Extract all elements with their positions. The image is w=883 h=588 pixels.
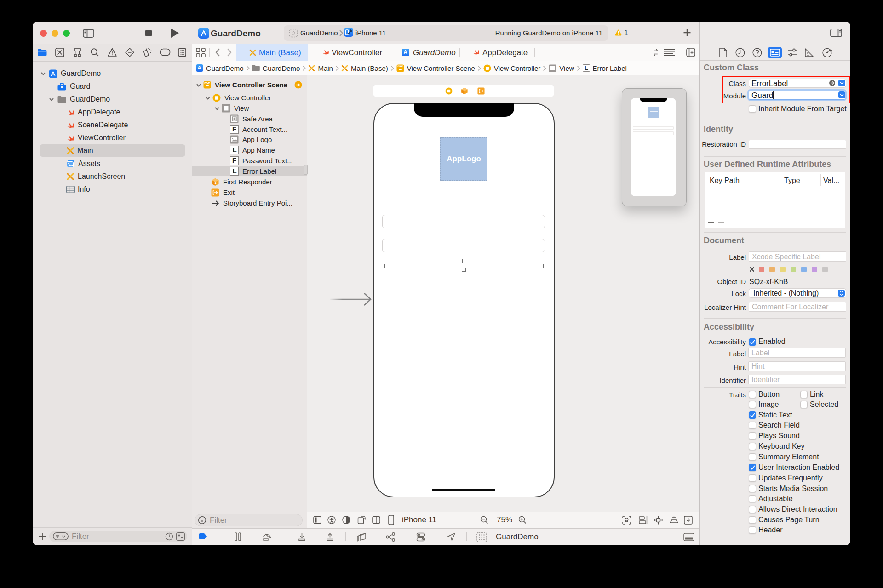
svg-text:1: 1 xyxy=(215,181,217,184)
